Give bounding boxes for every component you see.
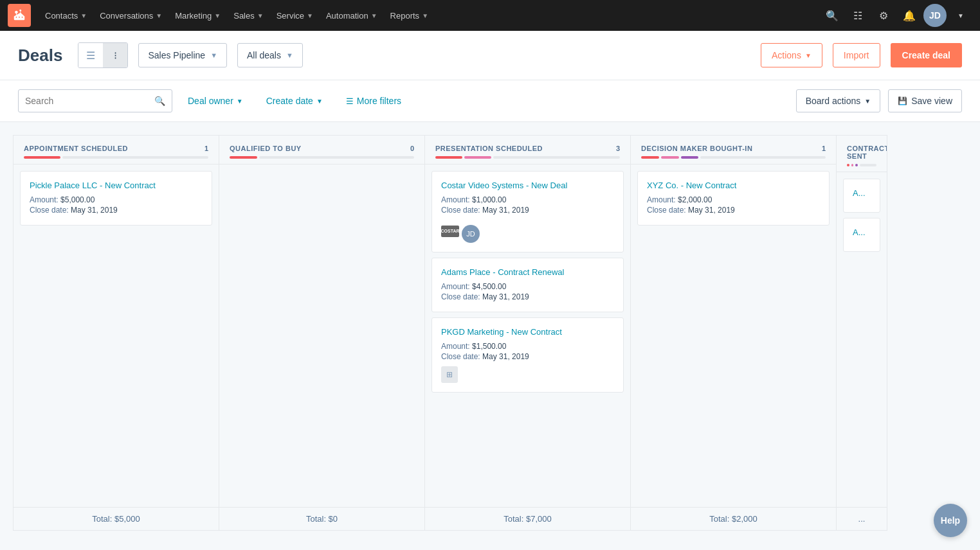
stage-bars-appointment-scheduled: [24, 156, 208, 159]
nav-item-reports[interactable]: Reports▼: [384, 7, 435, 24]
save-view-label: Save view: [911, 96, 952, 106]
deal-card-deal-7[interactable]: A...: [843, 218, 880, 252]
deal-card-deal-3[interactable]: Adams Place - Contract RenewalAmount: $4…: [431, 258, 624, 312]
create-date-chevron-icon: ▼: [316, 98, 323, 105]
stage-bars-qualified-to-buy: [230, 156, 414, 159]
nav-label-service: Service: [277, 11, 304, 21]
deal-title-deal-5: XYZ Co. - New Contract: [647, 181, 820, 191]
nav-chevron-marketing: ▼: [214, 12, 221, 19]
column-footer-qualified-to-buy: Total: $0: [219, 507, 424, 530]
search-icon: 🔍: [154, 96, 165, 106]
deal-card-deal-1[interactable]: Pickle Palace LLC - New ContractAmount: …: [20, 171, 212, 226]
deal-title-deal-1: Pickle Palace LLC - New Contract: [30, 181, 203, 191]
column-footer-contract-sent: ...: [837, 507, 887, 530]
page-title: Deals: [18, 46, 62, 66]
deal-card-deal-5[interactable]: XYZ Co. - New ContractAmount: $2,000.00C…: [637, 171, 830, 226]
more-filters-label: More filters: [357, 96, 401, 106]
nav-item-contacts[interactable]: Contacts▼: [39, 7, 93, 24]
column-title-decision-maker-bought-in: Decision Maker Bought-In: [641, 145, 752, 152]
stage-bar: [24, 156, 60, 159]
nav-chevron-sales: ▼: [257, 12, 264, 19]
top-navigation: Contacts▼Conversations▼Marketing▼Sales▼S…: [0, 0, 980, 31]
stage-bar: [464, 156, 491, 159]
create-date-label: Create date: [266, 96, 313, 106]
column-title-qualified-to-buy: Qualified to Buy: [230, 145, 302, 152]
deal-title-deal-4: PKGD Marketing - New Contract: [441, 327, 614, 338]
stage-bar: [681, 156, 699, 159]
deal-card-deal-2[interactable]: Costar Video Systems - New DealAmount: $…: [431, 171, 624, 253]
nav-chevron-conversations: ▼: [156, 12, 162, 19]
deal-card-deal-6[interactable]: A...: [843, 179, 880, 213]
save-view-button[interactable]: 💾 Save view: [888, 89, 962, 112]
nav-item-sales[interactable]: Sales▼: [227, 7, 269, 24]
search-box: 🔍: [18, 89, 172, 112]
stage-bar: [230, 156, 257, 159]
actions-button[interactable]: Actions ▼: [761, 43, 822, 67]
actions-label: Actions: [772, 50, 801, 60]
deal-icon-deal-4: ⊞: [441, 366, 458, 383]
column-header-qualified-to-buy: Qualified to Buy0: [219, 136, 424, 164]
deal-avatar-group-deal-2: COSTARJD: [441, 220, 614, 243]
user-avatar[interactable]: JD: [923, 4, 947, 27]
hubspot-logo[interactable]: [8, 4, 31, 27]
deal-card-deal-4[interactable]: PKGD Marketing - New ContractAmount: $1,…: [431, 317, 624, 393]
stage-bar: [851, 164, 854, 166]
deal-filter-selector[interactable]: All deals ▼: [237, 43, 303, 67]
column-header-appointment-scheduled: Appointment Scheduled1: [14, 136, 219, 164]
import-button[interactable]: Import: [833, 43, 880, 67]
deal-close-date-deal-5: Close date: May 31, 2019: [647, 206, 820, 215]
company-logo-avatar: COSTAR: [441, 226, 459, 237]
board-view-button[interactable]: ⁝: [103, 43, 127, 67]
more-filters-button[interactable]: ☰ More filters: [338, 89, 409, 112]
nav-item-marketing[interactable]: Marketing▼: [168, 7, 227, 24]
actions-chevron-icon: ▼: [805, 52, 812, 59]
deal-owner-label: Deal owner: [188, 96, 233, 106]
nav-label-reports: Reports: [390, 11, 420, 21]
column-footer-presentation-scheduled: Total: $7,000: [425, 507, 630, 530]
search-input[interactable]: [25, 96, 149, 106]
stage-bar: [259, 156, 414, 159]
deal-owner-filter[interactable]: Deal owner ▼: [180, 89, 251, 112]
deal-amount-deal-1: Amount: $5,000.00: [30, 195, 203, 204]
pipeline-label: Sales Pipeline: [148, 50, 205, 60]
board-actions-button[interactable]: Board actions ▼: [796, 89, 881, 112]
filter-lines-icon: ☰: [346, 96, 354, 106]
filter-bar: 🔍 Deal owner ▼ Create date ▼ ☰ More filt…: [0, 80, 980, 122]
notifications-icon-btn[interactable]: 🔔: [898, 4, 921, 27]
nav-item-conversations[interactable]: Conversations▼: [93, 7, 168, 24]
deal-amount-deal-5: Amount: $2,000.00: [647, 195, 820, 204]
marketplace-icon-btn[interactable]: ☷: [846, 4, 869, 27]
account-chevron[interactable]: ▼: [949, 4, 972, 27]
pipeline-selector[interactable]: Sales Pipeline ▼: [138, 43, 227, 67]
create-deal-button[interactable]: Create deal: [891, 43, 962, 67]
column-header-presentation-scheduled: Presentation Scheduled3: [425, 136, 630, 164]
column-cards-appointment-scheduled: Pickle Palace LLC - New ContractAmount: …: [14, 164, 219, 507]
deal-amount-deal-3: Amount: $4,500.00: [441, 282, 614, 291]
nav-menu: Contacts▼Conversations▼Marketing▼Sales▼S…: [39, 7, 435, 24]
deal-title-deal-7: A...: [853, 227, 871, 238]
column-footer-decision-maker-bought-in: Total: $2,000: [631, 507, 836, 530]
stage-bar: [62, 156, 208, 159]
nav-label-marketing: Marketing: [175, 11, 212, 21]
board-actions-chevron-icon: ▼: [864, 98, 871, 105]
stage-bar: [700, 156, 826, 159]
nav-item-automation[interactable]: Automation▼: [320, 7, 384, 24]
list-view-button[interactable]: ☰: [78, 43, 103, 67]
deal-title-deal-2: Costar Video Systems - New Deal: [441, 181, 614, 191]
create-date-filter[interactable]: Create date ▼: [259, 89, 331, 112]
search-icon-btn[interactable]: 🔍: [821, 4, 844, 27]
column-cards-presentation-scheduled: Costar Video Systems - New DealAmount: $…: [425, 164, 630, 507]
board-column-contract-sent: Contract Sent0A...A......: [836, 135, 887, 531]
board-column-presentation-scheduled: Presentation Scheduled3Costar Video Syst…: [424, 135, 630, 531]
stage-bars-contract-sent: [847, 164, 876, 166]
nav-label-contacts: Contacts: [45, 11, 78, 21]
settings-icon-btn[interactable]: ⚙: [872, 4, 895, 27]
nav-item-service[interactable]: Service▼: [270, 7, 320, 24]
stage-bars-decision-maker-bought-in: [641, 156, 826, 159]
stage-bar: [435, 156, 462, 159]
nav-chevron-contacts: ▼: [80, 12, 87, 19]
nav-label-sales: Sales: [233, 11, 255, 21]
deal-user-avatar-deal-2: JD: [462, 225, 480, 243]
pipeline-chevron-icon: ▼: [210, 51, 217, 59]
column-title-appointment-scheduled: Appointment Scheduled: [24, 145, 128, 152]
